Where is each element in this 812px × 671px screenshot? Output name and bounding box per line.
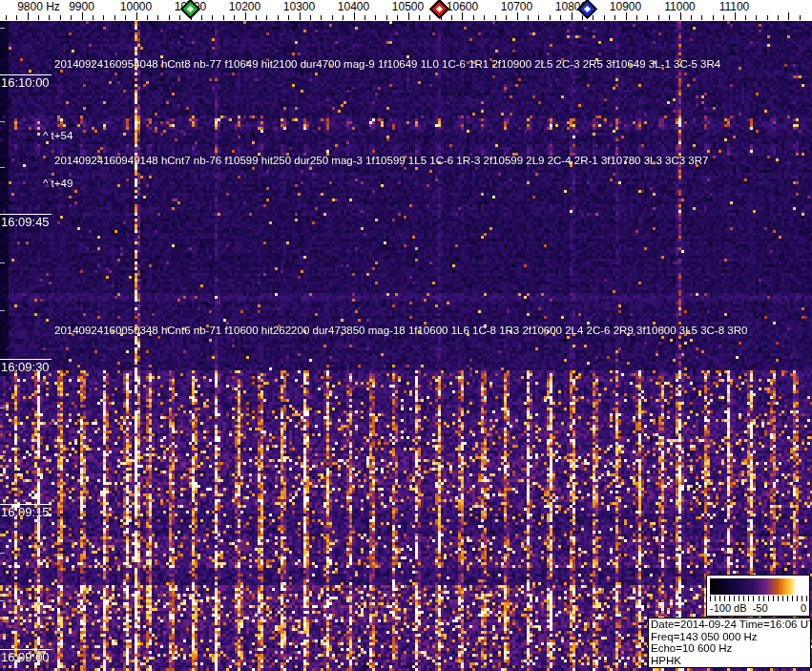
db-scale-tick xyxy=(739,596,739,601)
axis-major-tick xyxy=(136,12,137,20)
axis-minor-tick xyxy=(103,15,104,20)
axis-major-tick xyxy=(735,12,736,20)
spectrum-lab-window: 9800 Hz990010000101001020010300104001050… xyxy=(0,0,812,671)
axis-minor-tick xyxy=(71,15,72,20)
axis-minor-tick xyxy=(484,15,485,20)
axis-minor-tick xyxy=(332,15,333,20)
axis-minor-tick xyxy=(212,15,213,20)
db-scale-tick xyxy=(748,596,749,601)
status-info-box: Date=2014-09-24 Time=16:06 UTC Freq=143 … xyxy=(648,618,811,668)
time-label: 16:09:45 xyxy=(1,215,50,229)
event-annotation: ^ t+54 xyxy=(43,130,73,141)
time-minor-tick xyxy=(0,600,5,601)
axis-minor-tick xyxy=(745,15,746,20)
axis-minor-tick xyxy=(256,15,257,20)
axis-label-10900: 10900 xyxy=(610,0,641,13)
axis-minor-tick xyxy=(397,15,398,20)
axis-major-tick xyxy=(354,12,355,20)
frequency-axis: 9800 Hz990010000101001020010300104001050… xyxy=(0,0,812,21)
axis-minor-tick xyxy=(647,15,648,20)
axis-label-9800: 9800 Hz xyxy=(17,0,60,13)
axis-label-10700: 10700 xyxy=(501,0,532,13)
axis-minor-tick xyxy=(669,15,670,20)
axis-major-tick xyxy=(408,12,409,20)
db-scale-tick xyxy=(759,596,760,601)
db-scale-tick xyxy=(729,596,730,601)
axis-minor-tick xyxy=(49,15,50,20)
time-minor-tick xyxy=(0,310,5,311)
db-label-min: -100 dB xyxy=(710,602,747,614)
db-label-mid: -50 xyxy=(753,602,768,614)
time-minor-tick xyxy=(0,262,5,263)
info-frequency: Freq=143 050 000 Hz xyxy=(651,631,808,643)
db-scale-tick xyxy=(753,596,754,601)
axis-minor-tick xyxy=(278,15,279,20)
axis-minor-tick xyxy=(593,15,593,20)
axis-minor-tick xyxy=(375,15,376,20)
axis-minor-tick xyxy=(495,15,496,20)
db-scale-tick xyxy=(768,596,769,601)
axis-minor-tick xyxy=(506,15,507,20)
info-date-time: Date=2014-09-24 Time=16:06 UTC xyxy=(651,619,808,631)
axis-major-tick xyxy=(28,12,29,20)
axis-major-tick xyxy=(680,12,681,20)
axis-label-11100: 11100 xyxy=(719,0,750,13)
db-scale-tick xyxy=(787,596,788,601)
axis-minor-tick xyxy=(538,15,539,20)
axis-minor-tick xyxy=(419,15,420,20)
axis-major-tick xyxy=(82,12,83,20)
axis-minor-tick xyxy=(691,15,692,20)
axis-minor-tick xyxy=(528,15,529,20)
axis-minor-tick xyxy=(93,15,94,20)
axis-major-tick xyxy=(300,12,301,20)
time-minor-tick xyxy=(0,28,5,29)
axis-minor-tick xyxy=(429,15,430,20)
event-annotation: 20140924160050348 hCnt6 nb-71 f10600 hit… xyxy=(54,325,747,336)
db-scale-tick xyxy=(724,596,725,601)
axis-minor-tick xyxy=(266,15,267,20)
axis-minor-tick xyxy=(614,15,615,20)
event-annotation: 20140924160949148 hCnt7 nb-76 f10599 hit… xyxy=(54,155,708,166)
info-station: HPHK xyxy=(651,655,808,667)
axis-minor-tick xyxy=(288,15,289,20)
time-label: 16:09:15 xyxy=(1,505,50,519)
axis-major-tick xyxy=(626,12,627,20)
event-annotation: 20140924160954048 hCnt8 nb-77 f10649 hit… xyxy=(54,58,720,70)
time-minor-tick xyxy=(0,553,5,554)
axis-major-tick xyxy=(788,12,789,20)
db-label-max: 0 xyxy=(801,602,806,614)
time-minor-tick xyxy=(0,455,5,456)
axis-minor-tick xyxy=(778,15,779,20)
time-minor-tick xyxy=(0,121,5,122)
axis-minor-tick xyxy=(201,15,202,20)
axis-minor-tick xyxy=(169,15,170,20)
time-label: 16:10:00 xyxy=(1,75,50,90)
db-color-scale: -100 dB -50 0 xyxy=(706,575,810,617)
db-scale-tick xyxy=(743,596,744,601)
db-scale-tick xyxy=(778,596,779,601)
axis-label-10200: 10200 xyxy=(229,0,260,13)
axis-minor-tick xyxy=(386,15,387,20)
axis-minor-tick xyxy=(713,15,714,20)
axis-minor-tick xyxy=(179,15,180,20)
time-label: 16:09:30 xyxy=(1,360,50,374)
axis-major-tick xyxy=(245,12,246,20)
axis-minor-tick xyxy=(767,15,768,20)
axis-minor-tick xyxy=(364,15,365,20)
axis-major-tick xyxy=(517,12,518,20)
axis-minor-tick xyxy=(343,15,344,20)
info-echo: Echo=10 600 Hz xyxy=(651,642,808,655)
axis-minor-tick xyxy=(115,15,115,20)
axis-minor-tick xyxy=(658,15,659,20)
axis-label-10000: 10000 xyxy=(120,0,152,13)
axis-minor-tick xyxy=(604,15,605,20)
db-scale-tick xyxy=(734,596,735,601)
db-scale-tick xyxy=(763,596,764,601)
axis-major-tick xyxy=(572,12,573,20)
axis-label-10300: 10300 xyxy=(283,0,315,13)
db-gradient-bar xyxy=(710,578,806,595)
axis-minor-tick xyxy=(701,15,702,20)
axis-minor-tick xyxy=(125,15,126,20)
axis-minor-tick xyxy=(38,15,39,20)
axis-minor-tick xyxy=(636,15,637,20)
